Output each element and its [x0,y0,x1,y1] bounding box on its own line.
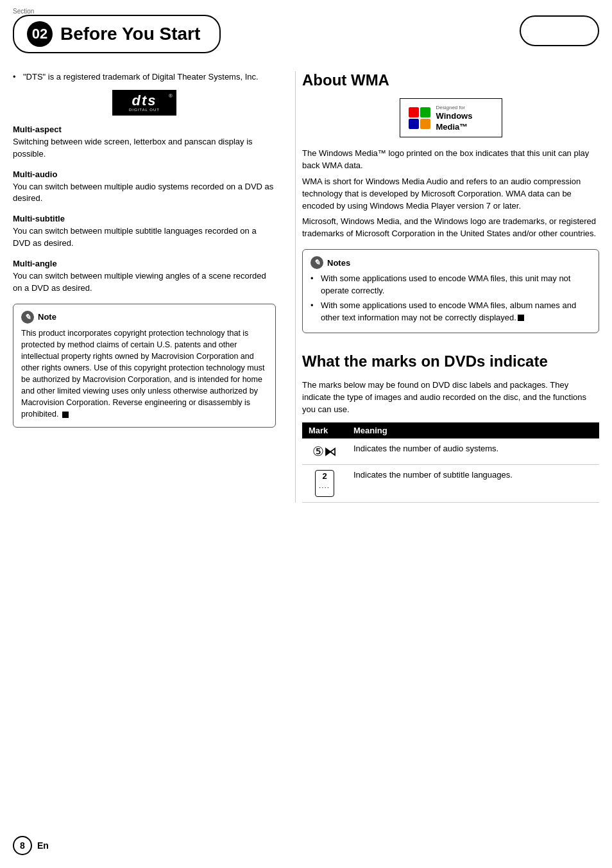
wma-notes-list: With some applications used to encode WM… [310,273,591,324]
dts-logo: ® dts DIGITAL OUT [112,90,176,116]
title-pill: 02 Before You Start [13,15,221,53]
svg-rect-3 [420,119,430,129]
wma-note-icon: ✎ [310,256,323,269]
multi-angle-heading: Multi-angle [13,259,276,268]
section-label-wrapper: Section 02 Before You Start [13,8,221,53]
dvd-marks-tbody: ⑤⧑ Indicates the number of audio systems… [302,438,599,503]
section-label: Section [13,8,221,15]
dts-bullet-item: "DTS" is a registered trademark of Digit… [13,71,276,83]
page-footer: 8 En [13,836,49,855]
multi-audio-text: You can switch between multiple audio sy… [13,181,276,205]
note-title-row: ✎ Note [21,311,268,324]
wma-notes-title-row: ✎ Notes [310,256,591,269]
dvd-marks-header-row: Mark Meaning [302,422,599,438]
multi-aspect-text: Switching between wide screen, letterbox… [13,136,276,161]
dvd-marks-title: What the marks on DVDs indicate [302,352,599,370]
wma-note-item-2: With some applications used to encode WM… [310,300,591,324]
page-title: Before You Start [60,24,200,44]
subtitle-symbol-wrapper: 2···· [315,470,335,497]
multi-aspect-heading: Multi-aspect [13,125,276,134]
header-right-decoration [520,15,599,46]
svg-rect-1 [420,107,430,117]
left-column: "DTS" is a registered trademark of Digit… [13,71,295,503]
multi-angle-text: You can switch between multiple viewing … [13,270,276,295]
right-column: About WMA Designed for [295,71,599,503]
dvd-marks-table: Mark Meaning ⑤⧑ Indicates the number of … [302,422,599,503]
table-row: 2···· Indicates the number of subtitle l… [302,464,599,502]
svg-rect-0 [409,107,419,117]
wma-notes-box: ✎ Notes With some applications used to e… [302,249,599,333]
wm-designed-label: Designed for [436,105,465,110]
col-header-mark: Mark [302,422,347,438]
note-box: ✎ Note This product incorporates copyrig… [13,304,276,428]
wma-body2: WMA is short for Windows Media Audio and… [302,176,599,213]
wma-body3: Microsoft, Windows Media, and the Window… [302,216,599,240]
windows-media-logo: Designed for Windows Media™ [400,98,502,137]
table-row: ⑤⧑ Indicates the number of audio systems… [302,438,599,465]
dts-logo-text: dts [132,94,157,108]
windows-flag-icon [408,107,431,130]
dvd-marks-section: What the marks on DVDs indicate The mark… [302,352,599,503]
wma-note-text-1: With some applications used to encode WM… [321,273,570,295]
section-number-badge: 02 [27,21,53,47]
wma-note-text-2: With some applications used to encode WM… [321,300,576,322]
wm-logo-container: Designed for Windows Media™ [302,98,599,137]
page-header: Section 02 Before You Start [0,0,612,58]
multi-audio-heading: Multi-audio [13,169,276,179]
multi-subtitle-heading: Multi-subtitle [13,214,276,223]
page: Section 02 Before You Start "DTS" is a r… [0,0,612,868]
wma-body1: The Windows Media™ logo printed on the b… [302,148,599,172]
meaning-subtitle: Indicates the number of subtitle languag… [347,464,599,502]
col-header-meaning: Meaning [347,422,599,438]
audio-symbol: ⑤⧑ [312,444,337,458]
note-label: Note [38,312,56,322]
mark-audio: ⑤⧑ [302,438,347,465]
dvd-marks-thead: Mark Meaning [302,422,599,438]
mark-subtitle: 2···· [302,464,347,502]
dts-reg-symbol: ® [169,93,173,99]
about-wma-title: About WMA [302,71,599,89]
end-mark-right [518,315,524,321]
wma-note-item-1: With some applications used to encode WM… [310,273,591,297]
note-text: This product incorporates copyright prot… [21,327,268,421]
page-number: 8 [13,836,32,855]
multi-subtitle-text: You can switch between multiple subtitle… [13,225,276,250]
main-content: "DTS" is a registered trademark of Digit… [0,71,612,503]
note-icon: ✎ [21,311,34,324]
wma-notes-label: Notes [327,258,350,268]
dts-bullet-list: "DTS" is a registered trademark of Digit… [13,71,276,83]
dts-logo-sub: DIGITAL OUT [129,108,160,112]
svg-rect-2 [409,119,419,129]
wm-brand: Windows Media™ [436,111,473,132]
dts-bullet-text: "DTS" is a registered trademark of Digit… [23,72,259,82]
dvd-marks-intro: The marks below may be found on DVD disc… [302,379,599,416]
page-lang: En [37,840,49,851]
meaning-audio: Indicates the number of audio systems. [347,438,599,465]
wm-logo-text-block: Designed for Windows Media™ [436,103,473,133]
end-mark-left [62,412,69,418]
